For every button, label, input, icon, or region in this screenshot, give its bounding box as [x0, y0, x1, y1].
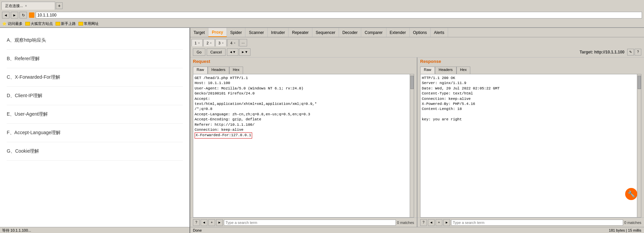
tab-headers-request[interactable]: Headers [208, 67, 229, 74]
list-item: B、Referer理解 [7, 50, 183, 68]
tab-title: 正在连接... [5, 3, 23, 8]
request-scrollbar[interactable] [410, 74, 414, 217]
response-search-help[interactable]: ? [420, 219, 427, 226]
prev-button[interactable]: ◄▼ [227, 48, 238, 56]
tab-hex-response[interactable]: Hex [456, 67, 471, 74]
response-search-prev[interactable]: ◄ [428, 219, 435, 226]
list-item: C、X-Forwarded-For理解 [7, 68, 183, 87]
menu-sequencer[interactable]: Sequencer [312, 28, 339, 37]
tab-close-1[interactable]: × [198, 41, 200, 45]
tab-close-3[interactable]: × [222, 41, 224, 45]
bookmarks-label: ⭐ 访问最多 [2, 21, 23, 26]
request-content: GET /head/3.php HTTP/1.1 Host: 10.1.1.10… [193, 74, 414, 217]
tab-2[interactable]: 2 × [203, 39, 214, 46]
folder-icon [25, 22, 30, 26]
response-search-input[interactable] [451, 220, 623, 226]
target-label: Target: http://10.1.1.100 [580, 50, 624, 54]
next-button[interactable]: ►▼ [239, 48, 250, 56]
search-prev-button[interactable]: ◄ [201, 219, 207, 226]
request-matches: 0 matches [397, 221, 414, 225]
browser-tab[interactable]: 正在连接... × [1, 2, 55, 10]
menu-intruder[interactable]: Intruder [268, 28, 289, 37]
response-search-next[interactable]: ► [443, 219, 450, 226]
folder-icon [56, 22, 60, 26]
status-right: 181 bytes | 15 millis [609, 228, 641, 232]
burp-sub-tabs: 1 × 2 × 3 × 4 × ... [190, 37, 644, 47]
burp-status-bar: Done 181 bytes | 15 millis [190, 227, 644, 233]
menu-spider[interactable]: Spider [227, 28, 246, 37]
home-button[interactable] [29, 12, 34, 18]
back-button[interactable]: ◄ [2, 12, 9, 18]
request-panel: Request Raw Headers Hex GET /head/3.php … [190, 57, 417, 227]
search-next-button[interactable]: ► [216, 219, 223, 226]
menu-alerts[interactable]: Alerts [431, 28, 448, 37]
cancel-button[interactable]: Cancel [207, 48, 226, 56]
menu-decoder[interactable]: Decoder [339, 28, 361, 37]
response-search-add[interactable]: + [436, 219, 442, 226]
new-tab-button[interactable]: + [56, 2, 63, 9]
menu-comparer[interactable]: Comparer [361, 28, 386, 37]
response-text-area[interactable]: HTTP/1.1 200 OK Server: nginx/1.11.9 Dat… [420, 74, 641, 218]
tab-close-icon[interactable]: × [25, 4, 27, 8]
help-icon[interactable]: ? [635, 49, 641, 55]
burp-menu: Target Proxy Spider Scanner Intruder Rep… [190, 28, 644, 37]
browser-status-bar: 等待 10.1.1.100... [0, 227, 190, 233]
refresh-button[interactable]: ↻ [20, 12, 27, 18]
menu-repeater[interactable]: Repeater [289, 28, 312, 37]
response-content: HTTP/1.1 200 OK Server: nginx/1.11.9 Dat… [420, 74, 641, 217]
tab-4[interactable]: 4 × [227, 39, 238, 46]
tab-raw-response[interactable]: Raw [420, 67, 435, 74]
edit-target-icon[interactable]: ✎ [627, 49, 634, 55]
menu-target[interactable]: Target [190, 28, 208, 37]
list-item: A、观察http响应头 [7, 31, 183, 50]
bookmark-common[interactable]: 常用网址 [78, 21, 99, 26]
bookmark-newuser[interactable]: 新手上路 [56, 21, 76, 26]
request-search-input[interactable] [224, 220, 396, 226]
request-title: Request [193, 59, 210, 64]
menu-options[interactable]: Options [410, 28, 431, 37]
list-item: G、Cookie理解 [7, 142, 183, 161]
tab-hex-request[interactable]: Hex [229, 67, 243, 74]
list-item: F、Accept-Language理解 [7, 124, 183, 142]
tab-close-4[interactable]: × [234, 41, 235, 45]
search-help-button[interactable]: ? [193, 219, 200, 226]
address-bar[interactable] [36, 12, 642, 18]
status-left: Done [193, 228, 202, 232]
tab-1[interactable]: 1 × [192, 39, 203, 46]
response-scrollbar[interactable] [637, 74, 641, 217]
burp-toolbar: Go Cancel ◄▼ ►▼ Target: http://10.1.1.10… [190, 47, 644, 57]
list-item: D、Client-IP理解 [7, 87, 183, 105]
menu-proxy[interactable]: Proxy [208, 28, 227, 37]
menu-extender[interactable]: Extender [386, 28, 410, 37]
forward-button[interactable]: ► [11, 12, 18, 18]
request-search-bar: ? ◄ + ► 0 matches [190, 218, 417, 227]
search-add-button[interactable]: + [208, 219, 215, 226]
tab-close-2[interactable]: × [210, 41, 212, 45]
request-text-area[interactable]: GET /head/3.php HTTP/1.1 Host: 10.1.1.10… [193, 74, 414, 218]
highlighted-request-line: X-Forwarded-For:127.0.0.1 [195, 132, 252, 138]
tab-raw-request[interactable]: Raw [193, 67, 208, 74]
go-button[interactable]: Go [193, 48, 205, 56]
menu-scanner[interactable]: Scanner [245, 28, 268, 37]
list-item: E、User-Agent理解 [7, 105, 183, 124]
settings-icon[interactable]: 🔧 [625, 188, 637, 200]
tab-headers-response[interactable]: Headers [435, 67, 456, 74]
response-matches: 0 matches [624, 221, 641, 225]
folder-icon [78, 22, 83, 26]
response-panel: Response Raw Headers Hex HTTP/1.1 200 OK… [417, 57, 644, 227]
response-title: Response [420, 59, 441, 64]
tab-3[interactable]: 3 × [215, 39, 227, 46]
more-tabs-button[interactable]: ... [239, 39, 247, 46]
response-search-bar: ? ◄ + ► 0 matches [417, 218, 644, 227]
bookmark-firefox[interactable]: 火狐官方站点 [25, 21, 53, 26]
